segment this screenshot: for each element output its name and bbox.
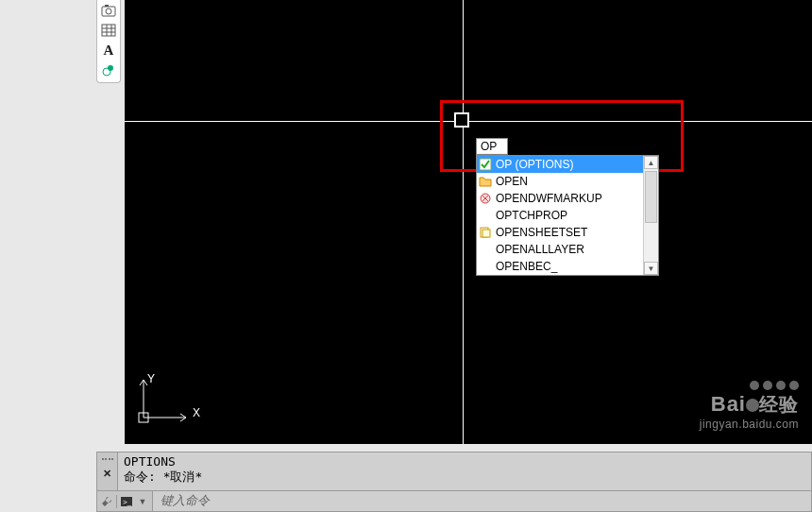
command-input[interactable]: 键入命令 <box>153 491 812 512</box>
crosshair-vertical <box>463 0 464 444</box>
ucs-y-label: Y <box>147 372 155 385</box>
scroll-track[interactable] <box>644 169 658 262</box>
prompt-icon[interactable]: >_ <box>120 494 133 509</box>
tool-palette: A <box>96 0 121 83</box>
camera-icon[interactable] <box>100 2 117 19</box>
watermark-brand: Bai <box>711 392 746 416</box>
blank-icon <box>479 260 492 273</box>
watermark: Bai经验 jingyan.baidu.com <box>700 381 799 431</box>
scroll-thumb[interactable] <box>645 171 657 223</box>
svg-rect-2 <box>105 5 109 7</box>
command-history-line: 命令: *取消* <box>124 469 805 485</box>
drawing-canvas[interactable]: Y X OP OP (OPTIONS) OPEN <box>125 0 812 444</box>
table-icon[interactable] <box>100 22 117 39</box>
command-history-line: OPTIONS <box>124 454 805 469</box>
dropdown-scrollbar[interactable]: ▲ ▼ <box>643 156 658 275</box>
blank-icon <box>479 243 492 256</box>
svg-point-9 <box>108 65 113 71</box>
autocomplete-item-label: OPENALLLAYER <box>496 242 584 257</box>
close-icon[interactable]: ✕ <box>103 468 111 480</box>
scroll-down-arrow[interactable]: ▼ <box>644 262 658 275</box>
autocomplete-dropdown: OP (OPTIONS) OPEN OPENDWFMARKUP OPT <box>476 155 659 276</box>
check-icon <box>479 158 492 171</box>
autocomplete-item-label: OPENBEC_ <box>496 259 557 274</box>
cursor-pickbox <box>454 112 469 128</box>
scroll-up-arrow[interactable]: ▲ <box>644 156 658 169</box>
autocomplete-item[interactable]: OPENBEC_ <box>477 258 658 275</box>
autocomplete-item-label: OPENDWFMARKUP <box>496 191 602 206</box>
command-panel: ✕ OPTIONS 命令: *取消* >_ ▼ 键入命令 <box>96 452 812 512</box>
donut-icon[interactable] <box>100 61 117 78</box>
command-history[interactable]: OPTIONS 命令: *取消* <box>117 452 812 491</box>
wrench-icon[interactable] <box>100 494 113 509</box>
svg-point-1 <box>106 9 111 14</box>
text-icon[interactable]: A <box>100 42 117 59</box>
chevron-down-icon[interactable]: ▼ <box>136 494 149 509</box>
autocomplete-item[interactable]: OPTCHPROP <box>477 207 658 224</box>
ucs-icon: Y X <box>134 378 200 425</box>
command-icons: >_ ▼ <box>96 491 153 512</box>
autocomplete-item[interactable]: OP (OPTIONS) <box>477 156 658 173</box>
markup-icon <box>479 192 492 205</box>
paw-icon <box>700 381 799 390</box>
autocomplete-item-label: OPEN <box>496 174 528 189</box>
folder-icon <box>479 175 492 188</box>
autocomplete-item[interactable]: OPEN <box>477 173 658 190</box>
autocomplete-item-label: OP (OPTIONS) <box>496 157 573 172</box>
svg-rect-3 <box>102 25 115 36</box>
svg-rect-18 <box>482 230 490 237</box>
dynamic-input[interactable]: OP <box>476 138 508 155</box>
ucs-x-label: X <box>193 406 200 419</box>
watermark-url: jingyan.baidu.com <box>700 418 799 431</box>
sheet-icon <box>479 226 492 239</box>
blank-icon <box>479 209 492 222</box>
autocomplete-item[interactable]: OPENALLLAYER <box>477 241 658 258</box>
autocomplete-item-label: OPENSHEETSET <box>496 225 587 240</box>
autocomplete-item[interactable]: OPENDWFMARKUP <box>477 190 658 207</box>
svg-text:>_: >_ <box>123 498 132 506</box>
command-panel-handle[interactable]: ✕ <box>96 452 117 491</box>
watermark-zh: 经验 <box>759 394 799 415</box>
autocomplete-item-label: OPTCHPROP <box>496 208 567 223</box>
autocomplete-item[interactable]: OPENSHEETSET <box>477 224 658 241</box>
